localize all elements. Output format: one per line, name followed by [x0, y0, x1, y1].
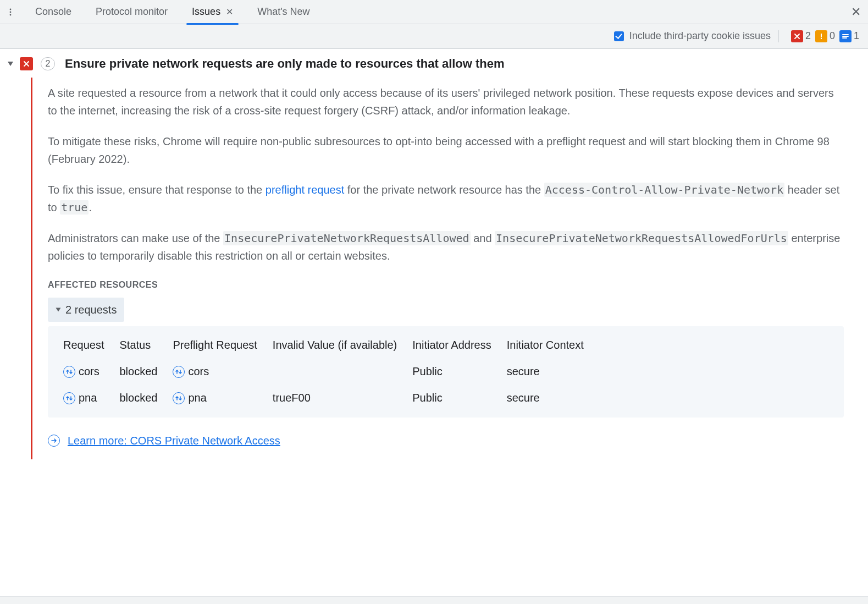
network-icon	[63, 366, 75, 378]
status-cell: blocked	[120, 385, 173, 411]
severity-error-icon	[20, 57, 33, 70]
warning-icon	[815, 30, 827, 42]
error-count: 2	[805, 30, 811, 42]
table-row: pna blocked pna trueF00 Public secure	[63, 385, 599, 411]
initiator-context-cell: secure	[507, 385, 599, 411]
info-count-chip[interactable]: 1	[839, 30, 859, 42]
issues-content: 2 Ensure private network requests are on…	[0, 48, 868, 604]
chevron-down-icon	[56, 308, 61, 311]
col-request: Request	[63, 332, 120, 358]
request-link[interactable]: pna	[63, 385, 120, 411]
code-token: InsecurePrivateNetworkRequestsAllowedFor…	[495, 231, 788, 245]
warning-count: 0	[830, 30, 835, 42]
issue-paragraph: Administrators can make use of the Insec…	[48, 229, 844, 265]
network-icon	[63, 392, 75, 404]
network-icon	[173, 392, 185, 404]
issue-title: Ensure private network requests are only…	[65, 57, 505, 71]
requests-table: Request Status Preflight Request Invalid…	[63, 332, 599, 411]
more-menu-button[interactable]	[4, 4, 16, 20]
error-icon	[791, 30, 803, 42]
warning-count-chip[interactable]: 0	[815, 30, 835, 42]
tab-protocol-monitor[interactable]: Protocol monitor	[84, 0, 180, 24]
issue-paragraph: To fix this issue, ensure that response …	[48, 181, 844, 216]
invalid-cell: trueF00	[273, 385, 412, 411]
preflight-request-link[interactable]: preflight request	[266, 184, 344, 196]
initiator-address-cell: Public	[412, 358, 506, 385]
divider	[778, 30, 779, 42]
arrow-right-circle-icon	[48, 435, 60, 447]
network-icon	[173, 366, 185, 378]
requests-group-label: 2 requests	[65, 301, 117, 319]
tab-label: Issues	[192, 6, 220, 18]
col-status: Status	[120, 332, 173, 358]
col-initiator-address: Initiator Address	[412, 332, 506, 358]
table-row: cors blocked cors Public secure	[63, 358, 599, 385]
invalid-cell	[273, 358, 412, 385]
tab-label: Protocol monitor	[96, 6, 168, 18]
tab-issues[interactable]: Issues ✕	[180, 0, 245, 24]
code-token: true	[60, 200, 89, 215]
svg-point-1	[10, 11, 12, 13]
initiator-address-cell: Public	[412, 385, 506, 411]
info-icon	[839, 30, 852, 42]
chevron-down-icon[interactable]	[8, 62, 13, 66]
preflight-link[interactable]: pna	[173, 385, 272, 411]
initiator-context-cell: secure	[507, 358, 599, 385]
affected-resources-heading: Affected Resources	[48, 278, 844, 292]
col-initiator-context: Initiator Context	[507, 332, 599, 358]
issues-toolbar: Include third-party cookie issues 2 0 1	[0, 24, 868, 48]
code-token: Access-Control-Allow-Private-Network	[544, 183, 784, 197]
include-third-party-label: Include third-party cookie issues	[629, 30, 771, 42]
tab-console[interactable]: Console	[23, 0, 84, 24]
svg-rect-3	[821, 34, 822, 37]
col-invalid: Invalid Value (if available)	[273, 332, 412, 358]
bottom-bar	[0, 596, 868, 604]
tab-whats-new[interactable]: What's New	[245, 0, 322, 24]
issue-count-pill: 2	[41, 57, 55, 70]
svg-point-0	[10, 8, 12, 10]
issue-body: A site requested a resource from a netwo…	[31, 78, 858, 459]
include-third-party-checkbox[interactable]	[614, 31, 624, 41]
svg-point-2	[10, 14, 12, 15]
close-panel-button[interactable]: ✕	[848, 4, 864, 20]
code-token: InsecurePrivateNetworkRequestsAllowed	[223, 231, 471, 245]
close-icon[interactable]: ✕	[226, 7, 233, 17]
learn-more-link[interactable]: Learn more: CORS Private Network Access	[68, 432, 280, 449]
status-cell: blocked	[120, 358, 173, 385]
request-link[interactable]: cors	[63, 358, 120, 385]
preflight-link[interactable]: cors	[173, 358, 272, 385]
issue-header-row[interactable]: 2 Ensure private network requests are on…	[0, 49, 868, 71]
error-count-chip[interactable]: 2	[791, 30, 811, 42]
issue-paragraph: A site requested a resource from a netwo…	[48, 84, 844, 119]
tab-label: What's New	[257, 6, 309, 18]
svg-rect-4	[821, 38, 822, 39]
tabstrip: Console Protocol monitor Issues ✕ What's…	[0, 0, 868, 24]
learn-more-row: Learn more: CORS Private Network Access	[48, 432, 844, 449]
col-preflight: Preflight Request	[173, 332, 272, 358]
requests-group-toggle[interactable]: 2 requests	[48, 298, 124, 322]
requests-table-wrap: Request Status Preflight Request Invalid…	[48, 326, 844, 418]
issue-paragraph: To mitigate these risks, Chrome will req…	[48, 133, 844, 168]
tab-label: Console	[35, 6, 71, 18]
info-count: 1	[854, 30, 859, 42]
